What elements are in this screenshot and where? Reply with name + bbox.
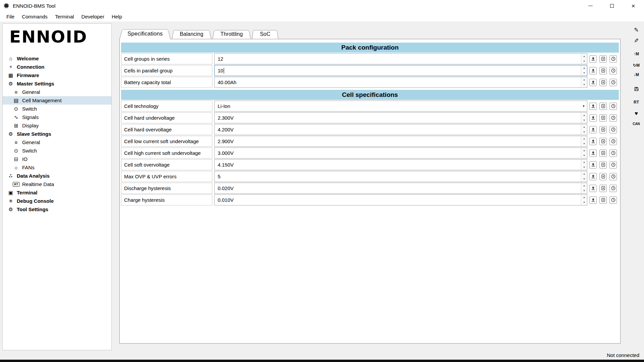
reload-bms-config-button[interactable]: ↻M: [631, 61, 641, 70]
sidebar-item-master-settings[interactable]: ⚙ Master Settings: [3, 79, 111, 88]
write-value-button[interactable]: [589, 138, 597, 145]
tab-soc[interactable]: SoC: [252, 29, 278, 39]
spin-up-button[interactable]: ▴: [581, 183, 587, 188]
spin-up-button[interactable]: ▴: [581, 65, 587, 71]
read-value-button[interactable]: [599, 149, 607, 157]
param-spinbox[interactable]: 40.00Ah ▴ ▾: [214, 77, 587, 88]
spin-down-button[interactable]: ▾: [581, 71, 587, 76]
spin-down-button[interactable]: ▾: [581, 165, 587, 170]
sidebar-item-slave-switch[interactable]: ⊙ Switch: [3, 146, 111, 155]
default-value-button[interactable]: [609, 103, 617, 110]
write-value-button[interactable]: [589, 55, 597, 63]
sidebar-item-fans[interactable]: ☼ FANs: [3, 163, 111, 172]
write-value-button[interactable]: [589, 161, 597, 169]
spin-down-button[interactable]: ▾: [581, 188, 587, 194]
tab-throttling[interactable]: Throttling: [212, 29, 251, 39]
read-value-button[interactable]: [599, 103, 607, 110]
sidebar-item-slave-general[interactable]: ≡ General: [3, 138, 111, 146]
read-value-button[interactable]: [599, 114, 607, 122]
spin-down-button[interactable]: ▾: [581, 130, 587, 135]
spin-down-button[interactable]: ▾: [581, 177, 587, 182]
sidebar-item-connection[interactable]: ⚡ Connection: [3, 63, 111, 71]
spin-up-button[interactable]: ▴: [581, 124, 587, 130]
read-value-button[interactable]: [599, 196, 607, 204]
param-spinbox[interactable]: 2.300V ▴ ▾: [214, 112, 587, 123]
close-button[interactable]: ×: [623, 0, 644, 11]
sidebar-item-io[interactable]: ⊟ IO: [3, 155, 111, 163]
tab-balancing[interactable]: Balancing: [172, 29, 211, 39]
read-value-button[interactable]: [599, 138, 607, 145]
spin-down-button[interactable]: ▾: [581, 153, 587, 159]
read-value-button[interactable]: [599, 173, 607, 180]
menu-developer[interactable]: Developer: [78, 12, 108, 21]
default-value-button[interactable]: [609, 126, 617, 133]
spin-down-button[interactable]: ▾: [581, 200, 587, 205]
param-spinbox[interactable]: 4.150V ▴ ▾: [214, 159, 587, 170]
spin-up-button[interactable]: ▴: [581, 171, 587, 177]
sidebar-item-cell-management[interactable]: ▤ Cell Management: [3, 96, 111, 105]
param-dropdown[interactable]: Li-Ion ▾: [214, 101, 587, 112]
write-value-button[interactable]: [589, 149, 597, 157]
spin-down-button[interactable]: ▾: [581, 118, 587, 123]
spin-down-button[interactable]: ▾: [581, 82, 587, 88]
write-value-button[interactable]: [589, 114, 597, 122]
default-value-button[interactable]: [609, 67, 617, 74]
write-value-button[interactable]: [589, 196, 597, 204]
param-spinbox[interactable]: 0.010V ▴ ▾: [214, 194, 587, 205]
sidebar-item-data-analysis[interactable]: ∴ Data Analysis: [3, 172, 111, 180]
can-forward-button[interactable]: CAN: [631, 119, 641, 128]
spin-down-button[interactable]: ▾: [581, 141, 587, 147]
save-config-button[interactable]: [631, 84, 641, 93]
spin-up-button[interactable]: ▴: [581, 136, 587, 141]
spin-up-button[interactable]: ▴: [581, 195, 587, 200]
default-value-button[interactable]: [609, 196, 617, 204]
sidebar-item-tool-settings[interactable]: ⚙ Tool Settings: [3, 205, 111, 214]
spin-up-button[interactable]: ▴: [581, 160, 587, 165]
default-value-button[interactable]: [609, 161, 617, 169]
realtime-data-button[interactable]: RT: [631, 98, 641, 107]
sidebar-item-terminal[interactable]: ▣ Terminal: [3, 188, 111, 197]
write-value-button[interactable]: [589, 173, 597, 180]
write-value-button[interactable]: [589, 185, 597, 192]
restore-button[interactable]: [601, 0, 623, 11]
sidebar-item-welcome[interactable]: ⌂ Welcome: [3, 54, 111, 63]
sidebar-item-master-general[interactable]: ≡ General: [3, 88, 111, 96]
spin-down-button[interactable]: ▾: [581, 59, 587, 64]
read-value-button[interactable]: [599, 126, 607, 133]
default-value-button[interactable]: [609, 185, 617, 192]
write-app-config-button[interactable]: ✎: [631, 25, 641, 34]
dropdown-arrow-icon[interactable]: ▾: [580, 101, 587, 111]
sidebar-item-realtime-data[interactable]: RT Realtime Data: [3, 180, 111, 188]
default-value-button[interactable]: [609, 114, 617, 122]
default-value-button[interactable]: [609, 79, 617, 86]
read-app-config-button[interactable]: ✎: [631, 36, 641, 45]
spin-up-button[interactable]: ▴: [581, 148, 587, 153]
minimize-button[interactable]: [580, 0, 601, 11]
read-value-button[interactable]: [599, 79, 607, 86]
param-spinbox[interactable]: 4.200V ▴ ▾: [214, 124, 587, 135]
menu-file[interactable]: File: [3, 12, 18, 21]
write-bms-config-button[interactable]: ↑M: [631, 50, 641, 58]
read-bms-config-button[interactable]: ↓M: [631, 70, 641, 79]
param-spinbox[interactable]: 12 ▴ ▾: [214, 53, 587, 64]
sidebar-item-debug-console[interactable]: ✳ Debug Console: [3, 197, 111, 205]
write-value-button[interactable]: [589, 79, 597, 86]
default-value-button[interactable]: [609, 55, 617, 63]
keep-alive-button[interactable]: ♥: [631, 109, 641, 118]
sidebar-item-master-switch[interactable]: ⊙ Switch: [3, 105, 111, 113]
read-value-button[interactable]: [599, 161, 607, 169]
read-value-button[interactable]: [599, 67, 607, 74]
sidebar-item-signals[interactable]: ∿ Signals: [3, 113, 111, 121]
write-value-button[interactable]: [589, 103, 597, 110]
menu-help[interactable]: Help: [108, 12, 126, 21]
sidebar-item-display[interactable]: ⊞ Display: [3, 121, 111, 130]
read-value-button[interactable]: [599, 185, 607, 192]
param-spinbox[interactable]: 5 ▴ ▾: [214, 171, 587, 182]
sidebar-item-slave-settings[interactable]: ⚙ Slave Settings: [3, 130, 111, 138]
param-spinbox[interactable]: 3.000V ▴ ▾: [214, 147, 587, 159]
menu-terminal[interactable]: Terminal: [51, 12, 78, 21]
tab-specifications[interactable]: Specifications: [119, 28, 171, 39]
default-value-button[interactable]: [609, 149, 617, 157]
spin-up-button[interactable]: ▴: [581, 77, 587, 82]
param-spinbox[interactable]: 2.900V ▴ ▾: [214, 136, 587, 147]
